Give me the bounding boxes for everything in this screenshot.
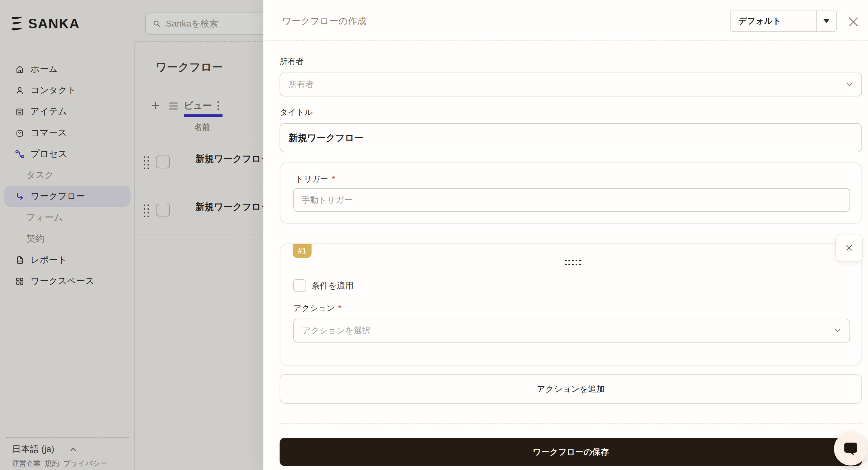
close-drawer-button[interactable]	[845, 14, 861, 30]
action-field-label: アクション*	[293, 303, 341, 314]
trigger-label-text: トリガー	[296, 175, 328, 184]
close-icon	[847, 15, 860, 28]
trigger-field-label: トリガー*	[296, 174, 335, 185]
owner-select-placeholder: 所有者	[288, 79, 845, 90]
apply-condition-toggle[interactable]: 条件を適用	[293, 279, 354, 292]
remove-step-button[interactable]	[835, 234, 863, 262]
action-label-text: アクション	[293, 304, 335, 313]
save-workflow-button[interactable]: ワークフローの保存	[280, 438, 862, 466]
workflow-title-input[interactable]	[280, 123, 862, 152]
owner-field-label: 所有者	[280, 56, 304, 67]
title-field-label: タイトル	[280, 107, 313, 118]
drawer-header: ワークフローの作成 デフォルト	[264, 0, 868, 41]
action-select[interactable]: アクションを選択	[293, 319, 850, 343]
chevron-down-icon	[833, 326, 842, 335]
chat-widget-button[interactable]	[834, 432, 867, 466]
required-asterisk: *	[332, 175, 335, 184]
condition-checkbox[interactable]	[293, 279, 306, 292]
view-mode-select[interactable]: デフォルト	[730, 10, 837, 32]
trigger-card: トリガー*	[280, 162, 862, 224]
chevron-down-icon	[823, 19, 830, 23]
chevron-down-icon	[845, 80, 854, 89]
action-select-placeholder: アクションを選択	[302, 325, 833, 336]
create-workflow-drawer: ワークフローの作成 デフォルト 所有者 所有者 タイトル トリガー*	[263, 0, 868, 470]
required-asterisk: *	[338, 304, 341, 313]
close-icon	[844, 243, 854, 253]
action-step-card: #1 条件を適用 アクション* アクションを選択	[280, 243, 862, 366]
app-root: SANKA ホーム	[0, 0, 868, 470]
view-mode-value: デフォルト	[731, 10, 816, 31]
step-number-badge: #1	[293, 244, 312, 258]
owner-select[interactable]: 所有者	[280, 72, 862, 96]
drawer-title: ワークフローの作成	[282, 15, 367, 28]
chat-icon	[842, 440, 859, 457]
trigger-input[interactable]	[293, 188, 850, 212]
add-action-button[interactable]: アクションを追加	[280, 374, 862, 404]
condition-label: 条件を適用	[312, 280, 354, 291]
divider	[280, 424, 862, 424]
select-arrow-button[interactable]	[816, 10, 836, 31]
drag-handle-icon[interactable]	[563, 258, 581, 266]
